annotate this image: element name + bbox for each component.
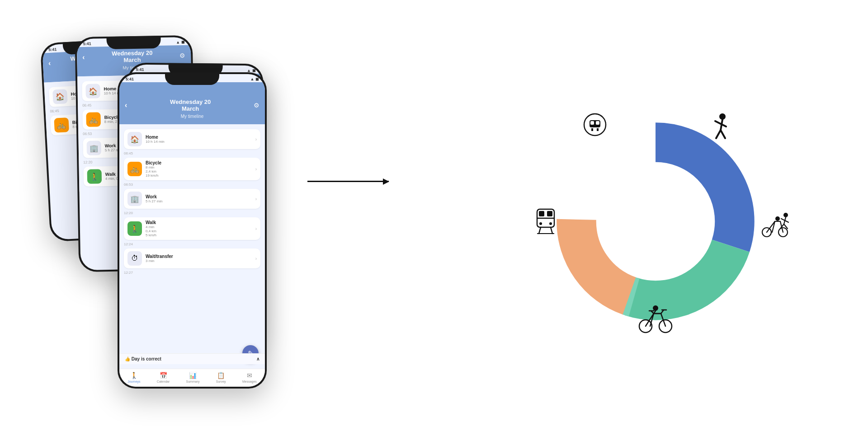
svg-point-4 <box>597 163 714 280</box>
status-bar-4: 5:41 ▲ ◼ <box>119 74 265 82</box>
home-icon: 🏠 <box>127 132 142 146</box>
gear-icon-4[interactable]: ⚙ <box>254 102 259 109</box>
donut-chart-container <box>542 108 769 334</box>
back-chevron-1[interactable]: ‹ <box>48 59 51 67</box>
arrow-line <box>307 181 389 182</box>
nav-summary-main[interactable]: 📊Summary <box>186 372 200 383</box>
svg-rect-19 <box>539 211 544 216</box>
time-4: 5:41 <box>126 77 134 81</box>
cycling-run-icon <box>759 212 791 238</box>
phone-4-main: 5:41 ▲ ◼ ‹ Wednesday 20March ⚙ My timeli… <box>118 72 267 389</box>
svg-point-30 <box>783 213 788 217</box>
train-icon <box>533 207 558 235</box>
svg-line-22 <box>551 227 552 234</box>
list-item[interactable]: ⏱ Wait/transfer3 min › <box>124 248 260 268</box>
arrow-section <box>307 181 398 182</box>
date-2: Wednesday 20March <box>112 49 153 64</box>
bicycle-bottom-icon <box>637 303 674 334</box>
day-correct-label: 👍 Day is correct <box>125 356 161 361</box>
svg-line-14 <box>721 130 725 138</box>
nav-calendar-main[interactable]: 📅Calendar <box>157 372 170 383</box>
bottom-nav-main: 🚶Journeys 📅Calendar 📊Summary 📋Survey ✉Me… <box>119 369 265 387</box>
signal-2: ▲ ◼ <box>176 40 184 44</box>
donut-chart <box>542 108 769 334</box>
nav-survey-main[interactable]: 📋Survey <box>216 372 226 383</box>
home-icon: 🏠 <box>85 84 100 98</box>
svg-point-43 <box>653 305 658 311</box>
timeline-4: 🏠 Home10 h 14 min › 06:45 🚲 Bicycle8 min… <box>119 124 265 278</box>
svg-point-29 <box>775 216 780 221</box>
back-chevron-4[interactable]: ‹ <box>125 101 127 109</box>
time-label: 12:20 <box>124 211 260 215</box>
svg-point-11 <box>719 113 726 120</box>
subtitle-4: My timeline <box>125 114 259 121</box>
phones-section: 5:41 ▲ ◼ ‹ Wednesday 20March › My timeli… <box>27 27 307 416</box>
date-4: Wednesday 20March <box>170 98 211 112</box>
nav-journeys-main[interactable]: 🚶Journeys <box>127 372 140 383</box>
day-correct-bar-main: 👍 Day is correct ∧ <box>119 353 265 364</box>
nav-messages-main[interactable]: ✉Messages <box>242 372 257 383</box>
time-2: 5:41 <box>83 42 91 46</box>
svg-line-34 <box>781 219 785 220</box>
svg-rect-8 <box>596 121 599 125</box>
home-icon: 🏠 <box>52 89 68 104</box>
svg-rect-20 <box>547 211 552 216</box>
gear-icon-2[interactable]: ⚙ <box>179 52 185 59</box>
bike-icon: 🚲 <box>127 162 142 176</box>
back-chevron-2[interactable]: ‹ <box>82 53 85 61</box>
signal-4: ▲ ◼ <box>250 77 259 81</box>
time-label: 06:53 <box>124 183 260 187</box>
svg-point-25 <box>549 222 552 225</box>
svg-line-35 <box>785 220 788 222</box>
list-item[interactable]: 🚲 Bicycle8 min2,4 km19 km/h › <box>124 158 260 180</box>
work-icon: 🏢 <box>127 192 142 206</box>
bike-icon: 🚲 <box>54 117 69 133</box>
svg-line-15 <box>715 121 721 124</box>
svg-rect-9 <box>591 128 593 131</box>
work-icon: 🏢 <box>86 141 101 155</box>
walking-person-icon <box>711 113 732 144</box>
time-label: 06:45 <box>124 151 260 155</box>
wait-icon: ⏱ <box>127 251 142 266</box>
time-3: 5:41 <box>136 67 144 72</box>
svg-point-24 <box>539 222 542 225</box>
svg-line-21 <box>539 227 541 234</box>
svg-line-13 <box>716 130 721 138</box>
bike-icon: 🚲 <box>86 112 101 127</box>
collapse-chevron[interactable]: ∧ <box>256 356 259 361</box>
subway-icon <box>583 113 607 136</box>
walk-icon: 🚶 <box>87 169 102 184</box>
time-label: 12:27 <box>124 271 260 275</box>
list-item[interactable]: 🚶 Walk4 min0,4 km5 km/h › <box>124 217 260 240</box>
list-item[interactable]: 🏠 Home10 h 14 min › <box>124 129 260 149</box>
time-label: 12:24 <box>124 242 260 246</box>
svg-rect-10 <box>597 128 599 131</box>
walk-icon: 🚶 <box>127 221 142 236</box>
chart-section <box>497 36 814 407</box>
time-1: 5:41 <box>48 47 57 52</box>
svg-rect-7 <box>590 121 594 125</box>
list-item[interactable]: 🏢 Work5 h 27 min › <box>124 189 260 209</box>
